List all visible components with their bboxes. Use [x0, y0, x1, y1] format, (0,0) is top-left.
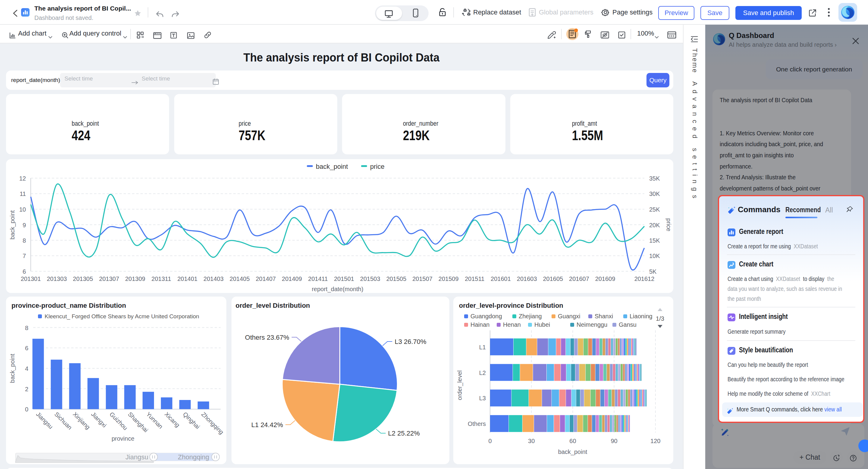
svg-text:8: 8: [23, 237, 26, 244]
svg-text:Others 23.67%: Others 23.67%: [245, 334, 289, 341]
svg-text:Jiangsu: Jiangsu: [35, 411, 54, 430]
svg-text:report_date(month): report_date(month): [312, 286, 363, 293]
svg-text:15K: 15K: [649, 237, 660, 244]
svg-text:12: 12: [19, 175, 26, 182]
svg-text:201603: 201603: [517, 276, 537, 282]
svg-text:201303: 201303: [47, 276, 67, 282]
svg-text:Henan: Henan: [503, 321, 521, 328]
svg-text:Hubei: Hubei: [534, 321, 550, 328]
svg-text:7: 7: [23, 253, 26, 259]
svg-text:province: province: [112, 435, 134, 442]
svg-text:Xicang: Xicang: [163, 411, 181, 429]
svg-text:Shanxi: Shanxi: [595, 313, 613, 319]
svg-text:201601: 201601: [491, 276, 511, 282]
svg-text:6: 6: [25, 345, 28, 351]
svg-text:6: 6: [23, 268, 26, 275]
svg-text:L2: L2: [479, 370, 486, 376]
svg-text:9: 9: [23, 222, 26, 228]
svg-text:201401: 201401: [177, 276, 197, 282]
svg-text:120: 120: [650, 438, 660, 444]
svg-text:30K: 30K: [649, 190, 660, 197]
svg-text:201509: 201509: [438, 276, 459, 282]
svg-text:Kleencut_ Forged Office Shears: Kleencut_ Forged Office Shears by Acme U…: [44, 313, 199, 320]
svg-text:0: 0: [488, 438, 492, 444]
svg-text:Zhongqing: Zhongqing: [200, 411, 225, 436]
svg-text:L1 24.42%: L1 24.42%: [251, 421, 283, 429]
svg-text:201307: 201307: [99, 276, 119, 282]
svg-text:back_point: back_point: [316, 163, 348, 170]
svg-text:201612: 201612: [634, 276, 655, 282]
svg-text:10K: 10K: [649, 253, 660, 259]
svg-text:11: 11: [20, 190, 26, 197]
svg-text:201301: 201301: [21, 276, 41, 282]
svg-text:back_point: back_point: [558, 448, 587, 456]
svg-text:Sichuan: Sichuan: [53, 411, 73, 431]
svg-text:Guizhou: Guizhou: [108, 411, 129, 431]
svg-text:price: price: [665, 218, 672, 231]
svg-text:201311: 201311: [152, 276, 171, 282]
svg-text:L3 26.70%: L3 26.70%: [395, 338, 426, 345]
svg-text:201309: 201309: [125, 276, 145, 282]
svg-text:201501: 201501: [334, 276, 354, 282]
svg-text:Jiangxi: Jiangxi: [90, 411, 108, 429]
svg-text:201411: 201411: [308, 276, 328, 282]
svg-text:201409: 201409: [282, 276, 302, 282]
svg-text:Guangdong: Guangdong: [470, 313, 502, 319]
svg-text:201511: 201511: [465, 276, 484, 282]
svg-text:Qinghai: Qinghai: [182, 411, 201, 430]
svg-text:back_point: back_point: [9, 353, 16, 383]
svg-text:30: 30: [528, 438, 535, 444]
svg-text:Guangxi: Guangxi: [558, 313, 581, 319]
svg-text:L3: L3: [479, 395, 486, 402]
svg-text:0: 0: [25, 406, 28, 413]
svg-text:201305: 201305: [73, 276, 93, 282]
svg-text:60: 60: [569, 438, 576, 444]
svg-text:201405: 201405: [230, 276, 250, 282]
svg-text:Zhejiang: Zhejiang: [519, 313, 542, 319]
svg-text:201609: 201609: [595, 276, 615, 282]
svg-text:Zhongqing: Zhongqing: [178, 453, 209, 461]
svg-text:5K: 5K: [649, 268, 657, 275]
svg-text:1/3: 1/3: [656, 315, 664, 322]
svg-text:4: 4: [25, 365, 28, 372]
svg-text:2: 2: [25, 386, 28, 393]
svg-text:201605: 201605: [543, 276, 563, 282]
svg-text:L2 25.22%: L2 25.22%: [388, 430, 420, 437]
svg-text:Neimenggu: Neimenggu: [577, 321, 607, 328]
svg-text:201403: 201403: [204, 276, 224, 282]
svg-text:201505: 201505: [386, 276, 407, 282]
svg-text:10: 10: [19, 206, 26, 213]
svg-text:price: price: [370, 163, 384, 170]
svg-text:Hainan: Hainan: [470, 321, 490, 328]
svg-text:35K: 35K: [649, 175, 660, 182]
svg-text:25K: 25K: [649, 206, 660, 213]
svg-text:201407: 201407: [255, 276, 276, 282]
svg-text:201607: 201607: [569, 276, 589, 282]
svg-text:Jiangsu: Jiangsu: [125, 453, 148, 461]
svg-text:back_point: back_point: [9, 210, 16, 239]
svg-text:order_level: order_level: [456, 370, 463, 400]
svg-text:Xinjiang: Xinjiang: [72, 411, 92, 431]
svg-text:L1: L1: [479, 344, 486, 350]
svg-text:201507: 201507: [412, 276, 433, 282]
svg-text:Liaoning: Liaoning: [629, 313, 652, 319]
svg-text:201503: 201503: [360, 276, 380, 282]
svg-text:8: 8: [25, 324, 28, 331]
svg-text:Gansu: Gansu: [619, 321, 637, 328]
svg-text:90: 90: [611, 438, 617, 444]
svg-text:20K: 20K: [649, 222, 660, 228]
svg-text:Others: Others: [468, 420, 486, 427]
